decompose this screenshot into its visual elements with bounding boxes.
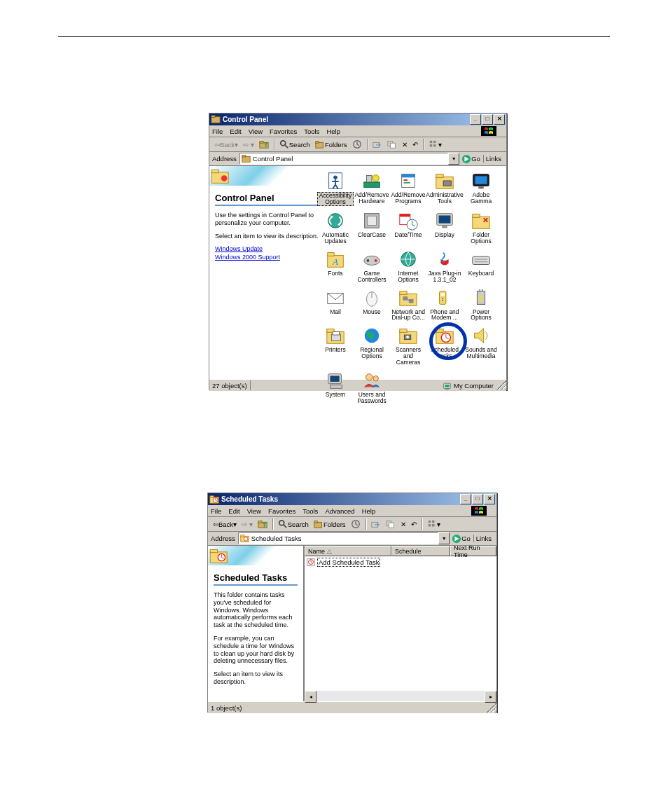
control-panel-item[interactable]: Add/Remove Programs xyxy=(390,170,426,206)
control-panel-item[interactable]: Keyboard xyxy=(463,249,499,283)
up-button[interactable] xyxy=(256,518,270,530)
menu-tools[interactable]: Tools xyxy=(304,128,319,135)
history-button[interactable] xyxy=(349,518,363,530)
address-field[interactable]: Control Panel xyxy=(239,153,448,165)
control-panel-item[interactable]: Add/Remove Hardware xyxy=(354,170,390,206)
svg-rect-24 xyxy=(364,182,380,188)
close-button[interactable]: ✕ xyxy=(484,494,495,504)
views-button[interactable]: ▾ xyxy=(426,139,444,150)
search-button[interactable]: Search xyxy=(277,139,312,150)
control-panel-item[interactable]: Mail xyxy=(317,287,354,322)
undo-button[interactable]: ↶ xyxy=(410,140,420,149)
control-panel-item[interactable]: AFonts xyxy=(317,249,354,283)
search-button[interactable]: Search xyxy=(276,518,311,530)
control-panel-item[interactable]: Administrative Tools xyxy=(426,170,463,206)
menu-view[interactable]: View xyxy=(247,507,261,515)
control-panel-item[interactable]: Power Options xyxy=(463,287,499,322)
delete-button[interactable]: ✕ xyxy=(398,520,408,529)
control-panel-item[interactable]: Game Controllers xyxy=(354,249,390,283)
control-panel-item[interactable]: Network and Dial-up Co... xyxy=(390,287,426,322)
scroll-left-button[interactable]: ◂ xyxy=(305,691,316,703)
links-button[interactable]: Links xyxy=(483,155,503,163)
control-panel-item[interactable]: Display xyxy=(426,210,463,245)
control-panel-item[interactable]: System xyxy=(317,370,354,404)
control-panel-item[interactable]: Date/Time xyxy=(390,210,426,245)
close-button[interactable]: ✕ xyxy=(494,114,505,125)
menu-help[interactable]: Help xyxy=(362,507,376,515)
moveto-button[interactable] xyxy=(369,518,383,530)
control-panel-item[interactable]: Adobe Gamma xyxy=(463,170,499,206)
column-header-schedule[interactable]: Schedule xyxy=(391,546,450,556)
horizontal-scrollbar[interactable]: ◂ ▸ xyxy=(305,691,496,701)
history-button[interactable] xyxy=(350,139,364,150)
menu-advanced[interactable]: Advanced xyxy=(325,507,354,515)
menu-edit[interactable]: Edit xyxy=(228,507,239,515)
folders-button[interactable]: Folders xyxy=(312,518,348,530)
control-panel-item-label: Users and Passwords xyxy=(354,392,390,404)
menu-favorites[interactable]: Favorites xyxy=(270,128,297,135)
control-panel-item[interactable]: Scanners and Cameras xyxy=(390,325,426,366)
menu-view[interactable]: View xyxy=(249,128,263,135)
scroll-right-button[interactable]: ▸ xyxy=(485,691,496,703)
control-panel-item[interactable]: Regional Options xyxy=(354,325,390,366)
menu-file[interactable]: File xyxy=(211,507,221,515)
control-panel-item[interactable]: Sounds and Multimedia xyxy=(463,325,499,366)
go-button[interactable]: Go xyxy=(461,154,480,164)
control-panel-item[interactable]: Accessibility Options xyxy=(317,170,354,206)
svg-rect-47 xyxy=(442,226,447,228)
svg-point-26 xyxy=(373,175,379,181)
titlebar: Scheduled Tasks _ □ ✕ xyxy=(208,493,496,505)
scheduled-tasks-icon xyxy=(434,325,455,346)
links-button[interactable]: Links xyxy=(473,535,494,542)
back-button[interactable]: ⇦ Back ▾ xyxy=(212,140,240,149)
control-panel-item[interactable]: Scheduled Tasks xyxy=(426,325,463,366)
delete-button[interactable]: ✕ xyxy=(400,140,410,149)
add-scheduled-task-icon xyxy=(306,557,316,567)
sidebar-link-win2000-support[interactable]: Windows 2000 Support xyxy=(215,254,319,261)
control-panel-item[interactable]: Users and Passwords xyxy=(354,370,390,404)
back-button[interactable]: ⇦ Back ▾ xyxy=(211,520,239,529)
minimize-button[interactable]: _ xyxy=(460,494,471,504)
control-panel-item[interactable]: Folder Options xyxy=(463,210,499,245)
folders-button[interactable]: Folders xyxy=(313,139,349,150)
menu-tools[interactable]: Tools xyxy=(302,507,318,515)
control-panel-item[interactable]: Automatic Updates xyxy=(317,210,354,245)
forward-button[interactable]: ⇨ ▾ xyxy=(241,140,256,149)
control-panel-item[interactable]: Printers xyxy=(317,325,354,366)
forward-button[interactable]: ⇨ ▾ xyxy=(239,520,255,529)
control-panel-item[interactable]: Java Plug-in 1.3.1_02 xyxy=(426,249,463,283)
maximize-button[interactable]: □ xyxy=(472,494,483,504)
go-button[interactable]: Go xyxy=(452,534,471,544)
column-header-name[interactable]: Name △ xyxy=(305,546,391,556)
copyto-button[interactable] xyxy=(385,139,399,150)
control-panel-item-label: Phone and Modem ... xyxy=(426,309,463,322)
undo-button[interactable]: ↶ xyxy=(409,520,419,529)
minimize-button[interactable]: _ xyxy=(470,114,481,125)
svg-rect-20 xyxy=(211,170,218,172)
address-dropdown-button[interactable]: ▼ xyxy=(448,153,459,165)
menu-favorites[interactable]: Favorites xyxy=(268,507,295,515)
control-panel-item[interactable]: Phone and Modem ... xyxy=(426,287,463,322)
svg-line-5 xyxy=(285,145,288,148)
resize-grip[interactable] xyxy=(487,703,496,713)
control-panel-item[interactable]: ClearCase xyxy=(354,210,390,245)
views-button[interactable]: ▾ xyxy=(425,518,443,530)
copyto-button[interactable] xyxy=(384,518,398,530)
sidebar-link-windows-update[interactable]: Windows Update xyxy=(215,245,319,252)
address-dropdown-button[interactable]: ▼ xyxy=(438,532,450,544)
moveto-button[interactable] xyxy=(370,139,384,150)
address-field[interactable]: Scheduled Tasks xyxy=(238,532,438,544)
svg-rect-35 xyxy=(475,176,487,184)
svg-rect-15 xyxy=(433,144,436,147)
menu-help[interactable]: Help xyxy=(326,128,340,135)
control-panel-item[interactable]: Mouse xyxy=(354,287,390,322)
up-button[interactable] xyxy=(257,139,271,150)
sidebar-header-art xyxy=(209,166,324,190)
control-panel-item[interactable]: Internet Options xyxy=(390,249,426,283)
svg-rect-110 xyxy=(428,521,431,523)
column-header-next-run[interactable]: Next Run Time xyxy=(450,546,496,556)
menu-edit[interactable]: Edit xyxy=(230,128,241,135)
menu-file[interactable]: File xyxy=(212,128,223,135)
svg-rect-51 xyxy=(328,252,334,256)
maximize-button[interactable]: □ xyxy=(482,114,493,125)
